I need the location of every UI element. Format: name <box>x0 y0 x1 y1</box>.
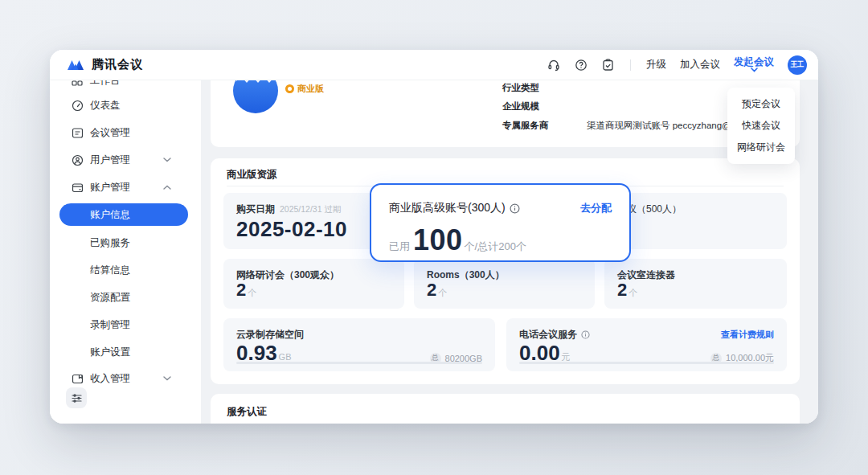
purchase-date-label: 购买日期2025/12/31 过期 <box>236 203 341 216</box>
sidebar-item-purchased-services[interactable]: 已购服务 <box>90 236 130 250</box>
phone-service-tile: 电话会议服务 查看计费规则 0.00元 总 10,000.00元 <box>506 318 787 371</box>
sidebar-item-recording-management[interactable]: 录制管理 <box>90 318 130 332</box>
cloud-storage-tile: 云录制存储空间 0.93GB 总 80200GB <box>223 318 495 371</box>
chevron-down-icon <box>162 155 172 165</box>
headset-icon[interactable] <box>547 58 560 72</box>
sidebar-item-account-info-active[interactable]: 账户信息 <box>59 203 188 226</box>
used-value: 100 <box>413 223 463 257</box>
clipboard-check-icon[interactable] <box>601 58 615 72</box>
connector-unit: 个 <box>628 287 637 299</box>
cloud-storage-title: 云录制存储空间 <box>236 328 304 342</box>
edition-badge-icon <box>285 84 294 93</box>
sidebar-item-meeting-management[interactable]: 会议管理 <box>50 125 201 141</box>
grid-icon <box>71 80 84 87</box>
gauge-icon <box>71 99 84 112</box>
info-circle-icon[interactable] <box>510 203 520 214</box>
start-meeting-button[interactable]: 发起会议 <box>734 57 774 73</box>
service-certification-card: 服务认证 <box>211 394 800 424</box>
sidebar-item-user-management[interactable]: 用户管理 <box>50 152 201 168</box>
total-suffix: 个/总计200个 <box>465 240 526 254</box>
webinar-unit: 个 <box>248 287 256 299</box>
certification-title: 服务认证 <box>227 405 267 419</box>
filter-sliders-icon <box>72 394 82 403</box>
sidebar-item-dashboard[interactable]: 仪表盘 <box>50 97 201 113</box>
allocate-link[interactable]: 去分配 <box>580 201 612 215</box>
premium-account-popover: 商业版高级账号(300人) 去分配 已用 100 个/总计200个 <box>370 183 631 262</box>
rooms-tile: Rooms（300人） 2 个 <box>414 259 595 309</box>
scale-label: 企业规模 <box>502 100 587 113</box>
cloud-storage-unit: GB <box>279 352 292 362</box>
expire-note: 2025/12/31 过期 <box>280 204 341 214</box>
chevron-up-icon <box>162 182 172 192</box>
section-title: 商业版资源 <box>227 168 277 182</box>
sidebar-item-resource-config[interactable]: 资源配置 <box>90 291 130 305</box>
used-label: 已用 <box>389 240 410 254</box>
meeting-500-tile: 会议（500人） <box>604 193 787 249</box>
income-icon <box>71 372 84 385</box>
company-logo <box>233 80 278 113</box>
start-meeting-dropdown: 预定会议 快速会议 网络研讨会 <box>727 88 795 164</box>
brand-name: 腾讯会议 <box>92 57 143 72</box>
phone-service-unit: 元 <box>562 352 571 362</box>
card-icon <box>71 181 84 194</box>
premium-account-title: 商业版高级账号(300人) <box>389 201 506 215</box>
menu-item-quick-meeting[interactable]: 快速会议 <box>727 115 795 137</box>
collapse-sidebar-button[interactable] <box>66 387 87 408</box>
sidebar-item-workbench[interactable]: 工作台 <box>50 80 201 88</box>
chevron-down-icon <box>162 374 172 383</box>
industry-row: 行业类型 <box>502 82 587 94</box>
avatar[interactable]: 王工 <box>788 55 807 75</box>
webinar-value: 2 <box>236 280 246 301</box>
meeting-list-icon <box>71 126 84 139</box>
purchase-date-value: 2025-02-10 <box>236 217 347 242</box>
menu-item-schedule-meeting[interactable]: 预定会议 <box>727 93 795 115</box>
phone-service-title: 电话会议服务 <box>519 328 590 342</box>
sidebar-item-billing-info[interactable]: 结算信息 <box>90 264 130 277</box>
edition-badge: 商业版 <box>285 83 324 95</box>
info-circle-icon[interactable] <box>581 330 590 339</box>
sidebar-item-income-management[interactable]: 收入管理 <box>50 371 201 387</box>
sidebar-item-account-management[interactable]: 账户管理 <box>50 179 201 195</box>
header-divider <box>630 59 631 71</box>
premium-account-usage: 已用 100 个/总计200个 <box>389 223 526 257</box>
sidebar-item-account-settings[interactable]: 账户设置 <box>90 346 130 359</box>
connector-tile: 会议室连接器 2 个 <box>604 259 787 309</box>
industry-label: 行业类型 <box>502 82 587 94</box>
upgrade-button[interactable]: 升级 <box>646 58 666 72</box>
user-icon <box>71 154 84 166</box>
sidebar: 工作台 仪表盘 会议管理 <box>50 80 201 424</box>
main-content: 商业版 行业类型 企业规模 专属服务商 渠道商现网测试账号 peccyzhang… <box>201 80 818 424</box>
connector-value: 2 <box>617 280 627 301</box>
header-actions: 升级 加入会议 发起会议 王工 <box>547 55 807 75</box>
rooms-value: 2 <box>427 280 436 301</box>
menu-item-webinar[interactable]: 网络研讨会 <box>727 137 795 158</box>
webinar-tile: 网络研讨会（300观众） 2 个 <box>223 259 404 309</box>
app-window: 腾讯会议 <box>50 50 818 424</box>
join-meeting-button[interactable]: 加入会议 <box>680 58 720 72</box>
tencent-meeting-logo-icon <box>66 58 85 72</box>
chevron-down-icon <box>751 68 758 72</box>
company-profile-card: 商业版 行业类型 企业规模 专属服务商 渠道商现网测试账号 peccyzhang… <box>211 80 800 147</box>
help-icon[interactable] <box>574 58 588 72</box>
top-header: 腾讯会议 <box>50 50 818 80</box>
rooms-unit: 个 <box>438 287 447 299</box>
brand: 腾讯会议 <box>66 57 143 72</box>
phone-service-progressbar <box>519 362 774 364</box>
billing-rules-link[interactable]: 查看计费规则 <box>721 329 774 341</box>
scale-row: 企业规模 <box>502 100 587 113</box>
cloud-storage-progressbar <box>236 362 482 364</box>
provider-label: 专属服务商 <box>502 120 587 132</box>
